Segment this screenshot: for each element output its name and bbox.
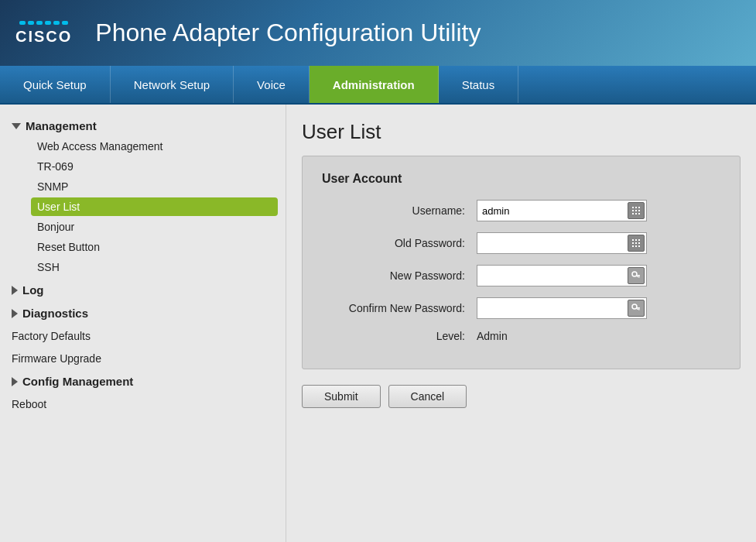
- svg-rect-17: [638, 245, 640, 247]
- sidebar-item-bonjour[interactable]: Bonjour: [31, 218, 278, 236]
- old-password-menu-icon[interactable]: [628, 235, 645, 252]
- config-mgmt-label: Config Management: [22, 375, 133, 388]
- sidebar-section-config-mgmt: Config Management: [8, 372, 278, 391]
- confirm-password-input[interactable]: [477, 297, 647, 319]
- svg-rect-10: [635, 239, 637, 241]
- sidebar-section-firmware: Firmware Upgrade: [8, 349, 278, 368]
- new-password-key-icon[interactable]: [628, 267, 645, 284]
- svg-rect-13: [635, 242, 637, 244]
- management-arrow-icon: [12, 123, 21, 129]
- sidebar-parent-log[interactable]: Log: [8, 280, 278, 300]
- sidebar-section-log: Log: [8, 280, 278, 300]
- cisco-dot-2: [28, 21, 34, 25]
- svg-rect-23: [636, 307, 640, 309]
- username-input-wrap: [477, 200, 647, 221]
- sidebar-parent-diagnostics[interactable]: Diagnostics: [8, 304, 278, 323]
- new-password-row: New Password:: [322, 265, 720, 286]
- sidebar-item-factory-defaults[interactable]: Factory Defaults: [8, 327, 278, 345]
- level-label: Level:: [322, 330, 477, 342]
- key-icon-2: [631, 303, 641, 314]
- svg-rect-6: [632, 213, 634, 214]
- sidebar-item-snmp[interactable]: SNMP: [31, 177, 278, 196]
- svg-rect-11: [638, 239, 640, 241]
- svg-rect-16: [635, 245, 637, 247]
- username-row: Username:: [322, 200, 720, 221]
- diagnostics-arrow-icon: [12, 309, 18, 318]
- svg-rect-3: [632, 210, 634, 211]
- old-password-row: Old Password:: [322, 232, 720, 254]
- main-content: Management Web Access Management TR-069 …: [0, 105, 756, 542]
- svg-rect-25: [637, 309, 638, 310]
- svg-rect-15: [632, 245, 634, 247]
- sidebar-item-reset-button[interactable]: Reset Button: [31, 238, 278, 256]
- sidebar-item-tr069[interactable]: TR-069: [31, 157, 278, 176]
- old-password-input-wrap: [477, 232, 647, 254]
- confirm-password-input-wrap: [477, 297, 647, 319]
- svg-rect-21: [637, 276, 638, 278]
- cisco-dots: [19, 21, 68, 25]
- config-mgmt-arrow-icon: [12, 377, 18, 386]
- log-arrow-icon: [12, 286, 18, 295]
- cisco-dot-3: [36, 21, 43, 25]
- new-password-label: New Password:: [322, 269, 477, 282]
- submit-button[interactable]: Submit: [302, 385, 381, 408]
- svg-rect-20: [638, 276, 640, 278]
- diagnostics-label: Diagnostics: [22, 307, 88, 320]
- svg-rect-9: [632, 239, 634, 241]
- new-password-input-wrap: [477, 265, 647, 286]
- sidebar: Management Web Access Management TR-069 …: [0, 105, 286, 542]
- svg-rect-7: [635, 213, 637, 214]
- form-buttons: Submit Cancel: [302, 385, 741, 408]
- cisco-dot-1: [19, 21, 26, 25]
- cisco-dot-4: [45, 21, 51, 25]
- section-title: User Account: [322, 172, 720, 186]
- svg-rect-5: [638, 210, 640, 211]
- username-input[interactable]: [477, 200, 647, 221]
- sidebar-item-reboot[interactable]: Reboot: [8, 395, 278, 413]
- username-menu-icon[interactable]: [628, 202, 645, 219]
- tab-voice[interactable]: Voice: [234, 66, 310, 103]
- user-account-form: User Account Username:: [302, 156, 741, 369]
- sidebar-parent-management[interactable]: Management: [8, 116, 278, 136]
- sidebar-section-reboot: Reboot: [8, 395, 278, 413]
- svg-rect-12: [632, 242, 634, 244]
- header: CISCO Phone Adapter Configuration Utilit…: [0, 0, 756, 66]
- svg-rect-2: [638, 207, 640, 208]
- confirm-password-row: Confirm New Password:: [322, 297, 720, 319]
- sidebar-item-web-access[interactable]: Web Access Management: [31, 137, 278, 156]
- svg-rect-8: [638, 213, 640, 214]
- tab-network-setup[interactable]: Network Setup: [111, 66, 234, 103]
- svg-rect-14: [638, 242, 640, 244]
- sidebar-parent-config-mgmt[interactable]: Config Management: [8, 372, 278, 391]
- app-title: Phone Adapter Configuration Utility: [95, 19, 481, 47]
- cisco-dot-5: [53, 21, 60, 25]
- sidebar-item-firmware-upgrade[interactable]: Firmware Upgrade: [8, 349, 278, 368]
- svg-rect-24: [638, 309, 640, 310]
- management-label: Management: [26, 119, 97, 132]
- confirm-password-label: Confirm New Password:: [322, 302, 477, 314]
- tab-status[interactable]: Status: [439, 66, 519, 103]
- confirm-password-key-icon[interactable]: [628, 300, 645, 317]
- level-row: Level: Admin: [322, 330, 720, 342]
- page-title: User List: [302, 120, 741, 144]
- sidebar-item-user-list[interactable]: User List: [31, 197, 278, 216]
- tab-administration[interactable]: Administration: [310, 66, 439, 103]
- content-panel: User List User Account Username:: [286, 105, 756, 542]
- svg-rect-1: [635, 207, 637, 208]
- management-children: Web Access Management TR-069 SNMP User L…: [8, 137, 278, 276]
- level-value: Admin: [477, 330, 508, 342]
- cancel-button[interactable]: Cancel: [388, 385, 467, 408]
- tab-quick-setup[interactable]: Quick Setup: [0, 66, 111, 103]
- nav-bar: Quick Setup Network Setup Voice Administ…: [0, 66, 756, 105]
- sidebar-section-diagnostics: Diagnostics: [8, 304, 278, 323]
- sidebar-item-ssh[interactable]: SSH: [31, 258, 278, 276]
- old-password-input[interactable]: [477, 232, 647, 254]
- svg-rect-19: [636, 275, 640, 276]
- menu-dots-icon: [631, 205, 641, 216]
- cisco-logo: CISCO: [15, 21, 72, 46]
- cisco-logo-text: CISCO: [15, 28, 72, 46]
- cisco-dot-6: [62, 21, 68, 25]
- key-icon: [631, 270, 641, 281]
- svg-rect-4: [635, 210, 637, 211]
- new-password-input[interactable]: [477, 265, 647, 286]
